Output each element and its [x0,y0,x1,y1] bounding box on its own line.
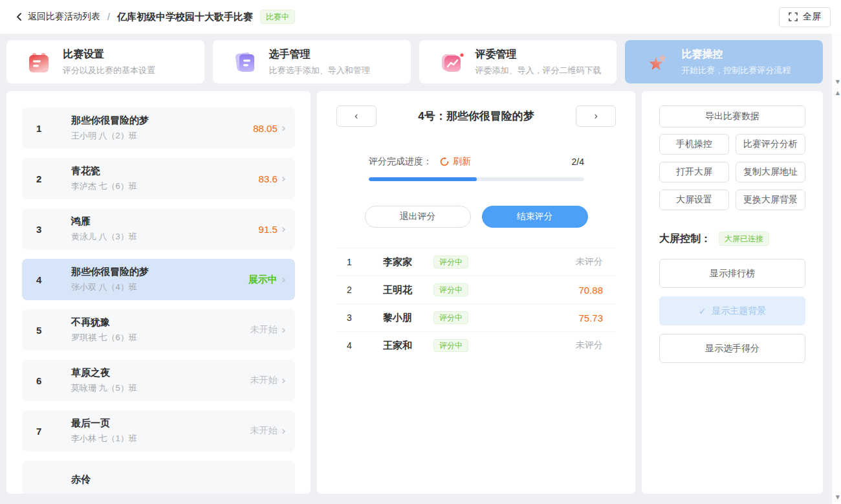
judge-row: 3 黎小朋 评分中 75.73 [336,303,616,331]
contestant-status: 未开始 [250,324,278,336]
next-contestant-button[interactable] [576,105,616,127]
chevron-right-icon [593,112,599,121]
contestant-row[interactable]: 1 那些你很冒险的梦 王小明 八（2）班 88.05 › [22,107,295,149]
finish-scoring-button[interactable]: 结束评分 [482,206,588,228]
contestant-number: 6 [36,375,71,386]
progress-bar [369,177,584,181]
contestant-row[interactable]: 6 草原之夜 莫咏珊 九（5）班 未开始 › [22,360,295,401]
song-title: 草原之夜 [71,367,250,379]
judge-row: 1 李家家 评分中 未评分 [336,248,616,276]
song-title: 青花瓷 [71,165,259,177]
scoring-panel: 4号：那些你很冒险的梦 评分完成进度： 刷新 2/4 退出评分 结束评分 1 [317,91,635,494]
back-button[interactable]: 返回比赛活动列表 [16,11,100,23]
judge-name: 王明花 [383,284,433,296]
chevron-left-icon [16,12,22,21]
nav-card-subtitle: 开始比赛，控制比赛评分流程 [681,65,791,76]
nav-card-title: 比赛操控 [681,48,791,61]
screen-connected-badge: 大屏已连接 [719,232,769,246]
contestant-name: 李泸杰 七（6）班 [71,181,259,192]
contestant-name: 王小明 八（2）班 [71,130,253,142]
show-ranking-button[interactable]: 显示排行榜 [659,259,805,288]
contestant-score: 83.6 [259,173,278,184]
copy-screen-url-button[interactable]: 复制大屏地址 [736,162,805,182]
fullscreen-icon [789,12,798,21]
nav-card-control[interactable]: 比赛操控 开始比赛，控制比赛评分流程 [625,40,823,83]
files-icon [231,48,259,76]
show-theme-bg-button[interactable]: ✓ 显示主题背景 [659,296,805,325]
judge-number: 1 [347,257,383,267]
contestant-list-panel: 1 那些你很冒险的梦 王小明 八（2）班 88.05 › 2 青花瓷 李泸杰 七… [6,91,311,494]
scroll-down-icon[interactable]: ▼ [836,494,840,500]
screen-settings-button[interactable]: 大屏设置 [659,190,729,210]
chevron-right-icon: › [281,425,286,437]
contestant-number: 4 [36,274,71,285]
nav-card-title: 选手管理 [269,48,370,61]
contestant-row[interactable]: 5 不再犹豫 罗琪祺 七（6）班 未开始 › [22,309,295,351]
nav-card-judges[interactable]: 评委管理 评委添加、导入，评分二维码下载 [419,40,617,83]
fullscreen-button[interactable]: 全屏 [779,7,831,27]
contest-status-badge: 比赛中 [260,10,295,24]
chevron-left-icon [353,112,360,121]
judge-score: 未评分 [576,340,603,351]
contestant-row[interactable]: 7 最后一页 李小林 七（1）班 未开始 › [22,410,295,452]
nav-card-subtitle: 评分以及比赛的基本设置 [63,65,155,76]
contestant-name: 莫咏珊 九（5）班 [71,382,250,394]
refresh-icon [440,157,449,166]
contestant-number: 7 [36,426,71,437]
judge-row: 2 王明花 评分中 70.88 [336,276,616,303]
scrollbar[interactable]: ▼ ▲ ▼ [832,34,841,504]
exit-scoring-button[interactable]: 退出评分 [365,206,471,228]
scroll-up-icon[interactable]: ▲ [836,90,840,96]
contestant-status: 未开始 [250,375,278,386]
refresh-button[interactable]: 刷新 [440,156,471,168]
contestant-number: 2 [36,173,71,184]
contestant-row[interactable]: 2 青花瓷 李泸杰 七（6）班 83.6 › [22,158,295,199]
prev-contestant-button[interactable] [336,105,377,127]
contestant-row[interactable]: 赤伶 [22,461,295,494]
page-title: 亿库初级中学校园十大歌手比赛 [117,11,253,23]
export-data-button[interactable]: 导出比赛数据 [659,105,805,127]
contestant-row-selected[interactable]: 4 那些你很冒险的梦 张小双 八（4）班 展示中 › [22,259,295,300]
show-player-score-button[interactable]: 显示选手得分 [659,334,805,363]
nav-card-title: 比赛设置 [63,48,155,61]
phone-control-button[interactable]: 手机操控 [659,134,729,155]
chevron-right-icon: › [281,375,286,386]
scroll-down-icon[interactable]: ▼ [836,79,840,85]
nav-card-settings[interactable]: 比赛设置 评分以及比赛的基本设置 [6,40,204,83]
judge-row: 4 王家和 评分中 未评分 [336,331,616,359]
judge-name: 李家家 [383,256,433,268]
judge-status-badge: 评分中 [433,339,468,352]
check-icon: ✓ [699,306,706,316]
breadcrumb: 返回比赛活动列表 / 亿库初级中学校园十大歌手比赛 比赛中 [16,10,295,24]
chart-bubble-icon [437,48,466,76]
contestant-row[interactable]: 3 鸿雁 黄泳儿 八（3）班 91.5 › [22,208,295,250]
song-title: 最后一页 [71,417,250,430]
breadcrumb-separator: / [107,12,110,22]
progress-count: 2/4 [572,157,584,167]
song-title: 赤伶 [71,474,282,486]
judge-list: 1 李家家 评分中 未评分 2 王明花 评分中 70.88 3 黎小朋 评分中 … [336,248,616,359]
topbar: 返回比赛活动列表 / 亿库初级中学校园十大歌手比赛 比赛中 全屏 [0,0,841,34]
contestant-number: 5 [36,325,71,336]
judge-number: 4 [347,340,383,351]
judge-score: 未评分 [576,256,603,268]
screen-control-label: 大屏控制： [659,232,711,246]
contestant-name: 黄泳儿 八（3）班 [71,231,259,243]
fullscreen-label: 全屏 [803,11,821,23]
open-screen-button[interactable]: 打开大屏 [659,162,729,182]
contestant-status: 未开始 [250,425,278,437]
chevron-right-icon: › [281,122,286,134]
contestant-number: 1 [36,123,71,134]
refresh-label: 刷新 [453,156,471,168]
nav-card-players[interactable]: 选手管理 比赛选手添加、导入和管理 [213,40,411,83]
song-title: 那些你很冒险的梦 [71,266,248,278]
back-label: 返回比赛活动列表 [28,11,100,23]
judge-number: 2 [347,285,383,295]
progress-fill [369,177,477,181]
change-screen-bg-button[interactable]: 更换大屏背景 [736,190,805,210]
judge-name: 王家和 [383,340,433,352]
nav-card-subtitle: 评委添加、导入，评分二维码下载 [475,65,602,76]
progress-label: 评分完成进度： [369,156,432,168]
score-analysis-button[interactable]: 比赛评分分析 [736,134,805,155]
nav-card-title: 评委管理 [475,48,602,61]
